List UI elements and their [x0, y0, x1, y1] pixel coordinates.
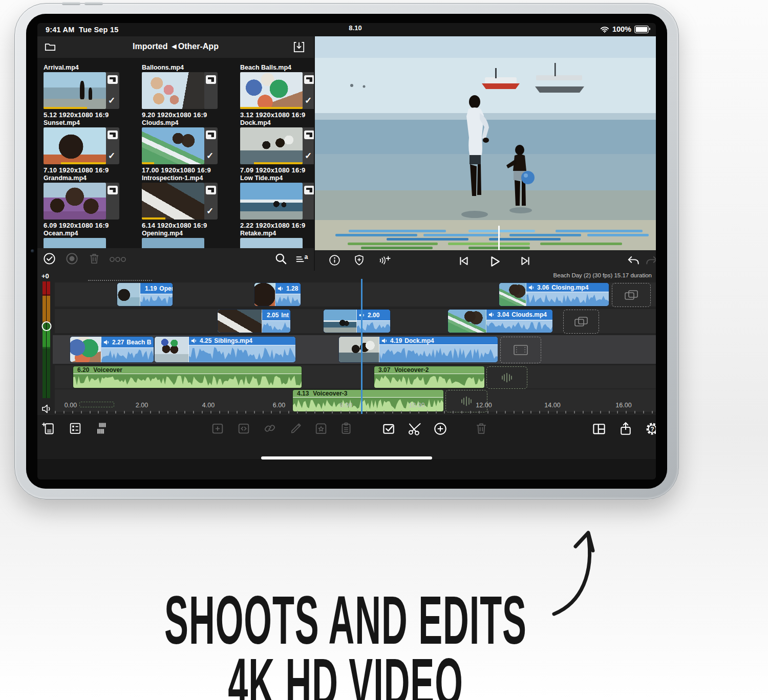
trash-icon[interactable]: [88, 252, 101, 265]
edit-pencil-icon[interactable]: [289, 421, 303, 435]
beach-scene: [315, 36, 656, 250]
film-frame-icon: [512, 343, 529, 357]
ruler-ticks: [55, 411, 656, 413]
play-icon[interactable]: [487, 254, 502, 269]
add-circle-icon[interactable]: [433, 421, 448, 436]
info-icon[interactable]: [328, 254, 341, 267]
level-knob[interactable]: [41, 321, 51, 331]
waveform: [101, 348, 154, 362]
sort-icon[interactable]: a: [294, 252, 310, 266]
clip-thumbnail[interactable]: [44, 183, 106, 220]
clip-thumb: [448, 310, 486, 333]
video-preview[interactable]: [315, 36, 656, 250]
check-icon: ✓: [305, 95, 312, 106]
clip-thumbnail[interactable]: [240, 183, 303, 220]
select-all-icon[interactable]: [42, 252, 56, 266]
library-title[interactable]: Imported ◄Other-App: [37, 42, 314, 51]
timeline-clip-clouds[interactable]: 3.04Clouds.mp4: [448, 310, 552, 333]
transition-placeholder[interactable]: [563, 310, 599, 334]
skip-forward-icon[interactable]: [519, 254, 533, 268]
link-icon[interactable]: [263, 421, 277, 435]
clip-thumbnail[interactable]: [142, 183, 204, 220]
selection-marks: [88, 280, 152, 281]
mute-speaker-icon[interactable]: [40, 403, 53, 415]
share-icon[interactable]: [618, 421, 633, 436]
timeline-clip-dock[interactable]: 4.19Dock.mp4: [339, 337, 498, 362]
search-icon[interactable]: [274, 252, 288, 266]
undo-icon[interactable]: [626, 254, 641, 267]
preview-frame: [315, 36, 656, 250]
front-camera: [31, 249, 34, 253]
layout-icon[interactable]: [591, 421, 607, 436]
film-badge-icon: [206, 130, 216, 139]
audio-add-icon[interactable]: [377, 254, 393, 267]
date: Tue Sep 15: [79, 26, 118, 34]
audio-mixer-icon[interactable]: [95, 421, 110, 435]
audio-meter[interactable]: [42, 281, 50, 398]
scrubber-playhead[interactable]: [498, 226, 500, 250]
waveform: [374, 374, 484, 388]
timeline-clip-introspection[interactable]: 2.05Int: [218, 310, 290, 333]
add-project-icon[interactable]: [41, 421, 56, 435]
timeline-clip-closing[interactable]: 3.06Closing.mp4: [499, 283, 609, 306]
transition-placeholder[interactable]: [612, 283, 651, 307]
clock: 9:41 AM: [46, 26, 74, 34]
settings-help-icon[interactable]: ?: [645, 421, 656, 436]
clip-thumbnail[interactable]: [142, 72, 204, 109]
status-bar: 9:41 AM Tue Sep 15 100%: [37, 23, 656, 36]
audio-clip-voiceover[interactable]: 6.20Voiceover: [73, 366, 302, 388]
timeline-clip-sunset[interactable]: 1.28: [254, 283, 301, 306]
waveform: [262, 321, 290, 333]
clip-thumbnail[interactable]: [240, 127, 303, 164]
skip-back-icon[interactable]: [456, 254, 471, 268]
clip-thumbnail[interactable]: [240, 72, 303, 109]
timeline-playhead[interactable]: [361, 279, 362, 414]
audio-placeholder[interactable]: [445, 390, 487, 412]
wifi-icon: [600, 26, 609, 33]
storyboard-icon[interactable]: [68, 421, 82, 435]
clip-thumbnail[interactable]: [44, 72, 106, 109]
timeline-clip-beachballs[interactable]: 2.27Beach B: [70, 337, 154, 362]
audio-placeholder[interactable]: [486, 366, 527, 389]
waveform: [526, 292, 609, 306]
hand-drawn-arrow: [549, 526, 605, 621]
bezel: 9:41 AM Tue Sep 15 100% Import: [26, 14, 667, 489]
audio-wave-icon: [460, 396, 473, 407]
preview-toolbar: [315, 250, 656, 271]
cut-scissors-icon[interactable]: [407, 421, 422, 436]
delete-trash-icon[interactable]: [474, 421, 488, 435]
clip-thumbnail[interactable]: [142, 127, 204, 164]
redo-icon[interactable]: [645, 254, 656, 267]
transition-icon[interactable]: [237, 421, 251, 435]
home-indicator[interactable]: [261, 456, 432, 460]
clipboard-icon[interactable]: [339, 421, 353, 435]
timeline-clip-opening[interactable]: 1.19Oper: [117, 283, 173, 306]
audio-clip-voiceover2[interactable]: 3.07Voiceover-2: [374, 366, 484, 388]
volume-button-1: [62, 2, 80, 5]
timeline-clip-siblings[interactable]: 4.25Siblings.mp4: [155, 337, 295, 362]
ipad-device: 9:41 AM Tue Sep 15 100% Import: [14, 3, 679, 499]
timeline-clip-lowtide[interactable]: 2.00: [324, 310, 390, 333]
favorites-icon[interactable]: [314, 421, 328, 435]
import-icon[interactable]: [292, 40, 306, 54]
svg-text:?: ?: [650, 426, 654, 433]
library-header: Imported ◄Other-App: [37, 36, 314, 58]
more-icon[interactable]: [109, 256, 126, 262]
shield-add-icon[interactable]: [353, 254, 366, 267]
clip-thumb: [70, 337, 101, 362]
clip-placeholder[interactable]: [500, 337, 541, 363]
add-clip-icon[interactable]: [210, 421, 225, 435]
film-badge-icon: [206, 75, 216, 84]
battery-icon: [634, 26, 649, 33]
record-icon[interactable]: [65, 252, 79, 266]
clip-thumb: [117, 283, 140, 306]
clip-thumbnail[interactable]: [44, 127, 106, 164]
gain-label: +0: [41, 272, 49, 280]
film-badge-icon: [108, 130, 118, 139]
film-frames-icon: [624, 289, 639, 302]
film-badge-icon: [304, 186, 314, 194]
check-icon: ✓: [206, 206, 214, 216]
select-clips-icon[interactable]: [381, 421, 397, 436]
film-frames-icon: [573, 315, 589, 329]
preview-scrubber[interactable]: [315, 229, 656, 250]
